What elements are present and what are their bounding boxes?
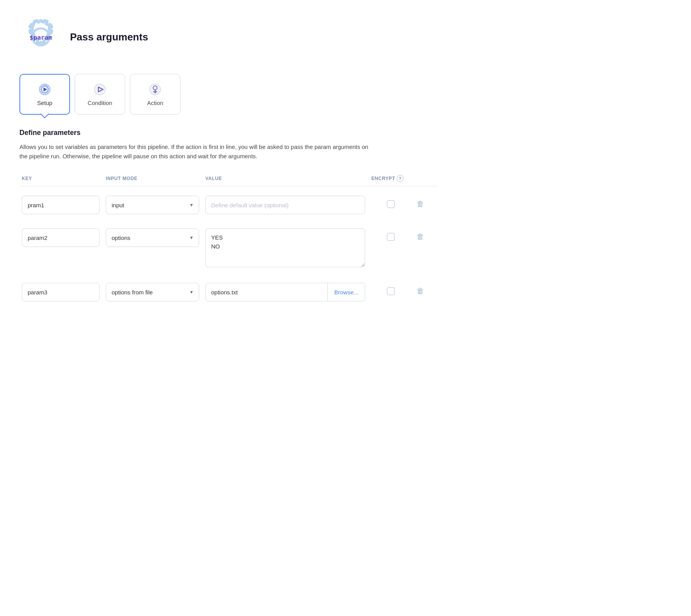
delete-cell-1: 🗑 bbox=[416, 196, 436, 208]
svg-point-6 bbox=[94, 84, 105, 95]
tabs-container: Setup Condition Action bbox=[19, 74, 438, 115]
mode-select-2[interactable]: input options options from file bbox=[106, 228, 199, 247]
svg-text:$param: $param bbox=[30, 34, 52, 41]
encrypt-cell-3 bbox=[371, 283, 410, 295]
page-header: $param Pass arguments bbox=[19, 16, 438, 58]
app-icon: $param bbox=[19, 16, 62, 58]
key-input-1[interactable] bbox=[22, 196, 100, 214]
tab-setup[interactable]: Setup bbox=[19, 74, 70, 115]
encrypt-cell-1 bbox=[371, 196, 410, 208]
mode-select-1[interactable]: input options options from file bbox=[106, 196, 199, 214]
encrypt-cell-2 bbox=[371, 228, 410, 241]
condition-icon bbox=[93, 82, 107, 96]
value-textarea-2[interactable]: YES NO bbox=[205, 228, 365, 267]
mode-cell-3: input options options from file bbox=[106, 283, 199, 301]
value-input-1[interactable] bbox=[205, 196, 365, 214]
col-value: VALUE bbox=[205, 176, 365, 181]
browse-button-3[interactable]: Browse... bbox=[327, 283, 365, 301]
tab-action-label: Action bbox=[147, 100, 163, 106]
key-input-3[interactable] bbox=[22, 283, 100, 301]
action-icon bbox=[148, 82, 162, 96]
encrypt-help-icon[interactable]: ? bbox=[397, 175, 404, 182]
delete-button-1[interactable]: 🗑 bbox=[416, 196, 424, 208]
key-cell-1 bbox=[22, 196, 100, 214]
delete-button-3[interactable]: 🗑 bbox=[416, 283, 424, 296]
key-input-2[interactable] bbox=[22, 228, 100, 247]
key-cell-3 bbox=[22, 283, 100, 301]
setup-icon bbox=[38, 82, 52, 96]
table-row: input options options from file Browse..… bbox=[19, 280, 438, 304]
delete-button-2[interactable]: 🗑 bbox=[416, 228, 424, 241]
file-path-input-3[interactable] bbox=[206, 289, 327, 296]
delete-cell-3: 🗑 bbox=[416, 283, 436, 296]
tab-setup-label: Setup bbox=[37, 100, 52, 106]
key-cell-2 bbox=[22, 228, 100, 247]
table-header: KEY INPUT MODE VALUE ENCRYPT ? bbox=[19, 175, 438, 186]
mode-cell-2: input options options from file bbox=[106, 228, 199, 247]
value-cell-3: Browse... bbox=[205, 283, 365, 301]
file-input-wrapper-3: Browse... bbox=[205, 283, 365, 301]
mode-select-3[interactable]: input options options from file bbox=[106, 283, 199, 301]
encrypt-checkbox-1[interactable] bbox=[387, 200, 395, 208]
value-cell-1 bbox=[205, 196, 365, 214]
table-row: input options options from file YES NO 🗑 bbox=[19, 225, 438, 272]
tab-condition-label: Condition bbox=[87, 100, 112, 106]
page-title: Pass arguments bbox=[70, 31, 148, 43]
mode-cell-1: input options options from file bbox=[106, 196, 199, 214]
col-encrypt: ENCRYPT ? bbox=[371, 175, 410, 182]
table-row: input options options from file 🗑 bbox=[19, 192, 438, 217]
encrypt-checkbox-2[interactable] bbox=[387, 233, 395, 241]
define-parameters-section: Define parameters Allows you to set vari… bbox=[19, 129, 438, 161]
col-key: KEY bbox=[22, 176, 100, 181]
value-cell-2: YES NO bbox=[205, 228, 365, 269]
section-description: Allows you to set variables as parameter… bbox=[19, 142, 369, 161]
tab-condition[interactable]: Condition bbox=[75, 74, 125, 115]
tab-action[interactable]: Action bbox=[130, 74, 180, 115]
encrypt-checkbox-3[interactable] bbox=[387, 287, 395, 295]
col-input-mode: INPUT MODE bbox=[106, 176, 199, 181]
section-title: Define parameters bbox=[19, 129, 438, 137]
delete-cell-2: 🗑 bbox=[416, 228, 436, 241]
